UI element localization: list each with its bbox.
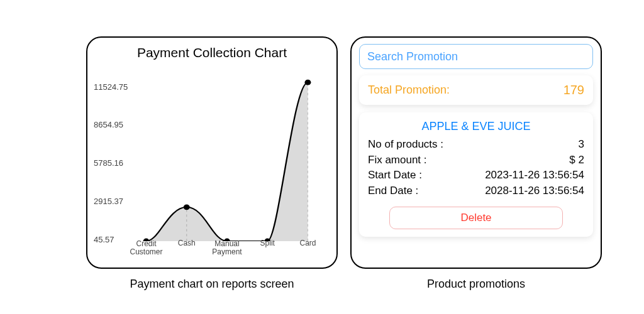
y-tick: 5785.16 [94, 158, 123, 168]
svg-point-9 [305, 80, 311, 85]
x-tick: Cash [178, 239, 196, 247]
y-tick: 8654.95 [94, 120, 123, 129]
fix-amount-value: $ 2 [569, 153, 584, 168]
total-promotion-label: Total Promotion: [368, 84, 450, 97]
x-tick: Card [299, 239, 316, 247]
chart-title: Payment Collection Chart [87, 45, 336, 60]
chart-area: 11524.75 8654.95 5785.16 2915.37 45.57 [94, 75, 330, 247]
promotions-panel: Total Promotion: 179 APPLE & EVE JUICE N… [350, 36, 602, 269]
x-tick: ManualPayment [212, 240, 242, 256]
no-of-products-value: 3 [579, 137, 584, 153]
total-promotion-card: Total Promotion: 179 [359, 75, 593, 105]
delete-promotion-button[interactable]: Delete [389, 207, 562, 229]
start-date-value: 2023-11-26 13:56:54 [485, 168, 584, 183]
y-tick: 2915.37 [94, 197, 123, 206]
promotion-field-row: No of products : 3 [368, 137, 584, 153]
svg-point-6 [184, 204, 190, 210]
content-card: Payment Collection Chart 11524.75 8654.9… [8, 8, 636, 306]
x-tick: CreditCustomer [130, 240, 163, 256]
left-panel-caption: Payment chart on reports screen [86, 278, 338, 291]
payment-chart-panel: Payment Collection Chart 11524.75 8654.9… [86, 36, 338, 269]
promotion-field-row: End Date : 2028-11-26 13:56:54 [368, 183, 584, 199]
fix-amount-label: Fix amount : [368, 153, 427, 168]
search-promotion-input[interactable] [359, 44, 593, 69]
promotion-item-title: APPLE & EVE JUICE [368, 120, 584, 133]
chart-svg [135, 79, 319, 241]
total-promotion-value: 179 [564, 83, 584, 97]
promotion-field-row: Start Date : 2023-11-26 13:56:54 [368, 168, 584, 183]
y-tick: 11524.75 [94, 82, 128, 91]
start-date-label: Start Date : [368, 168, 422, 183]
promotion-item-card[interactable]: APPLE & EVE JUICE No of products : 3 Fix… [359, 112, 593, 237]
y-tick: 45.57 [94, 234, 114, 244]
promotion-field-row: Fix amount : $ 2 [368, 153, 584, 168]
end-date-label: End Date : [368, 183, 418, 199]
end-date-value: 2028-11-26 13:56:54 [485, 183, 584, 199]
chart-plot [135, 79, 319, 241]
x-tick: Split [260, 239, 275, 247]
right-panel-caption: Product promotions [350, 278, 602, 291]
no-of-products-label: No of products : [368, 137, 443, 153]
